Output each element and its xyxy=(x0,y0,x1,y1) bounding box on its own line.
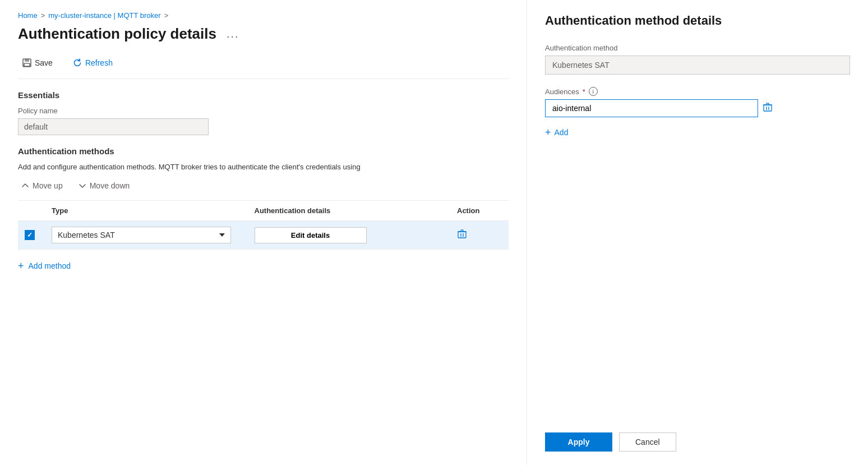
col-header-checkbox xyxy=(25,206,52,215)
left-panel: Home > my-cluster-instance | MQTT broker… xyxy=(0,0,527,465)
svg-rect-3 xyxy=(458,232,466,238)
audience-input[interactable] xyxy=(545,99,758,117)
ellipsis-button[interactable]: ... xyxy=(223,26,243,42)
cancel-button[interactable]: Cancel xyxy=(619,432,676,452)
audiences-label-text: Audiences xyxy=(545,88,579,96)
move-down-label: Move down xyxy=(90,181,130,190)
essentials-title: Essentials xyxy=(18,90,509,100)
move-up-icon xyxy=(21,182,29,190)
required-star: * xyxy=(583,88,585,96)
add-method-button[interactable]: + Add method xyxy=(18,259,71,273)
svg-rect-2 xyxy=(24,63,30,66)
move-controls: Move up Move down xyxy=(18,179,509,192)
row-checkbox[interactable] xyxy=(25,230,52,240)
policy-name-value: default xyxy=(18,118,209,135)
svg-rect-10 xyxy=(764,105,772,111)
audience-delete-icon[interactable] xyxy=(763,102,773,114)
save-label: Save xyxy=(35,58,53,67)
breadcrumb-sep2: > xyxy=(164,11,169,20)
add-audience-plus-icon: + xyxy=(545,127,551,137)
refresh-label: Refresh xyxy=(85,58,113,67)
col-header-type: Type xyxy=(52,206,255,215)
table-row: Kubernetes SAT Edit details xyxy=(18,221,509,250)
save-button[interactable]: Save xyxy=(18,56,57,70)
add-audience-button[interactable]: + Add xyxy=(545,125,850,140)
save-icon xyxy=(22,58,31,67)
col-header-action: Action xyxy=(457,206,502,215)
checked-checkbox[interactable] xyxy=(25,230,35,240)
page-title-container: Authentication policy details ... xyxy=(18,25,509,43)
add-method-label: Add method xyxy=(29,261,71,270)
toolbar-divider xyxy=(18,79,509,79)
add-method-plus-icon: + xyxy=(18,261,24,271)
audiences-label-container: Audiences * i xyxy=(545,87,850,96)
move-up-label: Move up xyxy=(33,181,63,190)
move-down-icon xyxy=(79,182,86,190)
auth-methods-title: Authentication methods xyxy=(18,146,509,156)
chevron-down-icon xyxy=(219,233,225,237)
auth-method-label: Authentication method xyxy=(545,44,850,52)
add-audience-label: Add xyxy=(555,128,569,137)
apply-button[interactable]: Apply xyxy=(545,432,612,452)
right-panel: Authentication method details Authentica… xyxy=(527,0,868,465)
right-panel-title: Authentication method details xyxy=(545,13,850,28)
table-header: Type Authentication details Action xyxy=(18,201,509,221)
audiences-info-icon[interactable]: i xyxy=(589,87,598,96)
row-type: Kubernetes SAT xyxy=(52,227,255,243)
breadcrumb: Home > my-cluster-instance | MQTT broker… xyxy=(18,11,509,20)
move-up-button[interactable]: Move up xyxy=(18,179,66,192)
type-dropdown[interactable]: Kubernetes SAT xyxy=(52,227,231,243)
page-title: Authentication policy details xyxy=(18,25,216,43)
move-down-button[interactable]: Move down xyxy=(75,179,133,192)
col-header-auth-details: Authentication details xyxy=(255,206,458,215)
breadcrumb-cluster[interactable]: my-cluster-instance | MQTT broker xyxy=(48,11,160,20)
refresh-icon xyxy=(73,58,82,67)
edit-details-button[interactable]: Edit details xyxy=(255,227,367,243)
audience-row xyxy=(545,99,850,117)
auth-methods-desc: Add and configure authentication methods… xyxy=(18,163,509,171)
right-panel-footer: Apply Cancel xyxy=(545,421,850,452)
delete-row-icon[interactable] xyxy=(457,231,467,241)
row-action xyxy=(457,229,502,241)
policy-name-label: Policy name xyxy=(18,107,509,115)
toolbar: Save Refresh xyxy=(18,56,509,70)
row-auth-details: Edit details xyxy=(255,227,458,243)
auth-method-value: Kubernetes SAT xyxy=(545,56,850,75)
svg-rect-1 xyxy=(25,59,29,62)
breadcrumb-home[interactable]: Home xyxy=(18,11,38,20)
breadcrumb-sep1: > xyxy=(41,11,45,20)
refresh-button[interactable]: Refresh xyxy=(68,56,117,70)
type-dropdown-value: Kubernetes SAT xyxy=(58,231,115,240)
